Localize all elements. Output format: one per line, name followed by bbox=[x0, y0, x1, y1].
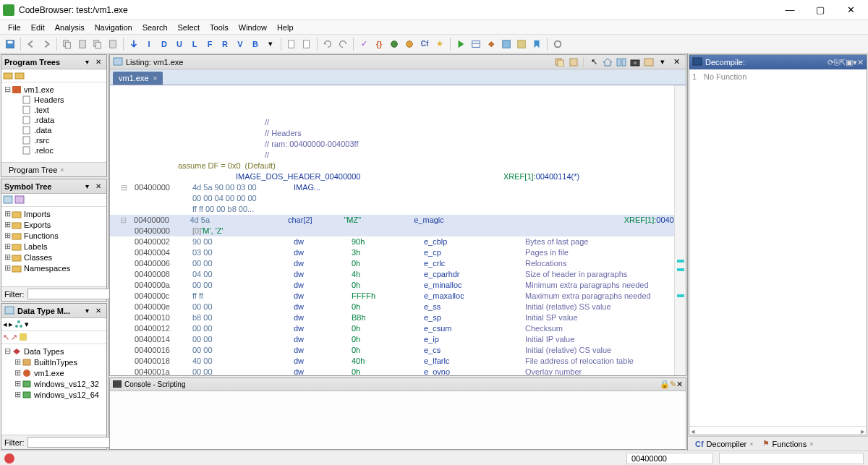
minimize-button[interactable]: — bbox=[775, 1, 804, 19]
tree-text[interactable]: .text bbox=[3, 105, 105, 115]
listing-snapshot-icon[interactable] bbox=[629, 56, 642, 68]
toolbar-undo-icon[interactable] bbox=[320, 37, 335, 51]
toolbar-bookmark-icon[interactable] bbox=[529, 37, 544, 51]
panel-menu-icon[interactable]: ▾ bbox=[82, 57, 92, 67]
symbol-tool1-icon[interactable] bbox=[3, 195, 13, 205]
dt-yellow-icon[interactable] bbox=[19, 333, 27, 343]
dt-tree-icon[interactable] bbox=[14, 320, 23, 330]
toolbar-gear1-icon[interactable] bbox=[387, 37, 401, 51]
tree-root[interactable]: ⊟vm1.exe bbox=[3, 84, 105, 95]
listing-menu-icon[interactable]: ▾ bbox=[656, 56, 669, 68]
menu-select[interactable]: Select bbox=[173, 22, 205, 33]
listing-home-icon[interactable] bbox=[601, 56, 614, 68]
decomp-scroll-right[interactable]: ▸ bbox=[861, 427, 865, 435]
symbol-functions[interactable]: ⊞Functions bbox=[3, 230, 105, 241]
toolbar-ring-icon[interactable] bbox=[550, 37, 565, 51]
dt-vm1[interactable]: ⊞vm1.exe bbox=[3, 367, 105, 378]
toolbar-play-icon[interactable] bbox=[454, 37, 468, 51]
dt-fwd-icon[interactable]: ▸ bbox=[9, 320, 13, 329]
toolbar-doc2-icon[interactable] bbox=[299, 37, 314, 51]
tree-new-icon[interactable] bbox=[3, 71, 13, 81]
tree-rsrc[interactable]: .rsrc bbox=[3, 135, 105, 145]
console-lock-icon[interactable]: 🔒 bbox=[660, 380, 670, 389]
listing-body[interactable]: //// Headers// ram: 00400000-004003ff//a… bbox=[110, 85, 686, 375]
toolbar-paste2-icon[interactable] bbox=[106, 37, 120, 51]
toolbar-check-icon[interactable]: ✓ bbox=[357, 37, 371, 51]
toolbar-down-icon[interactable] bbox=[127, 37, 141, 51]
console-edit-icon[interactable]: ✎ bbox=[670, 380, 676, 389]
functions-tab[interactable]: ⚑Functions× bbox=[758, 438, 818, 450]
panel-menu-icon[interactable]: ▾ bbox=[82, 182, 92, 192]
toolbar-grid2-icon[interactable] bbox=[514, 37, 529, 51]
dt-red2-icon[interactable]: ↗ bbox=[11, 333, 17, 342]
dt-win32[interactable]: ⊞windows_vs12_32 bbox=[3, 378, 105, 389]
menu-edit[interactable]: Edit bbox=[26, 22, 50, 33]
panel-close-icon[interactable]: ✕ bbox=[93, 57, 103, 67]
dt-menu-icon[interactable]: ▾ bbox=[25, 320, 29, 329]
toolbar-paste-icon[interactable] bbox=[75, 37, 90, 51]
dt-back-icon[interactable]: ◂ bbox=[3, 320, 7, 329]
symbol-namespaces[interactable]: ⊞Namespaces bbox=[3, 263, 105, 273]
toolbar-bracket-icon[interactable]: {} bbox=[372, 37, 386, 51]
tree-reloc[interactable]: .reloc bbox=[3, 145, 105, 155]
toolbar-grid1-icon[interactable] bbox=[499, 37, 514, 51]
panel-close-icon[interactable]: ✕ bbox=[93, 182, 103, 192]
decomp-refresh-icon[interactable]: ⟳ bbox=[827, 58, 834, 67]
menu-search[interactable]: Search bbox=[137, 22, 173, 33]
menu-window[interactable]: Window bbox=[234, 22, 272, 33]
toolbar-forward-icon[interactable] bbox=[39, 37, 54, 51]
menu-navigation[interactable]: Navigation bbox=[90, 22, 137, 33]
listing-copy-icon[interactable] bbox=[553, 56, 566, 68]
tree-headers[interactable]: Headers bbox=[3, 95, 105, 105]
toolbar-star-icon[interactable]: ★ bbox=[433, 37, 447, 51]
program-tree-tab[interactable]: Program Tree× bbox=[4, 164, 69, 176]
menu-help[interactable]: Help bbox=[272, 22, 299, 33]
toolbar-copy-icon[interactable] bbox=[60, 37, 75, 51]
symbol-labels[interactable]: ⊞Labels bbox=[3, 241, 105, 252]
listing-paste-icon[interactable] bbox=[567, 56, 580, 68]
panel-close-icon[interactable]: ✕ bbox=[93, 306, 103, 316]
menu-tools[interactable]: Tools bbox=[205, 22, 234, 33]
toolbar-save-icon[interactable] bbox=[3, 37, 17, 51]
decomp-scroll-left[interactable]: ◂ bbox=[691, 427, 695, 435]
menu-analysis[interactable]: Analysis bbox=[50, 22, 90, 33]
toolbar-gear2-icon[interactable] bbox=[402, 37, 417, 51]
listing-diff-icon[interactable] bbox=[615, 56, 628, 68]
toolbar-dropdown-icon[interactable]: ▾ bbox=[263, 37, 278, 51]
listing-cursor-icon[interactable]: ↖ bbox=[587, 56, 600, 68]
decomp-snap-icon[interactable]: ▣ bbox=[846, 58, 853, 67]
decompiler-tab[interactable]: CfDecompiler× bbox=[691, 438, 758, 450]
dt-win64[interactable]: ⊞windows_vs12_64 bbox=[3, 389, 105, 400]
toolbar-cf-icon[interactable]: Cf bbox=[417, 37, 432, 51]
symbol-exports[interactable]: ⊞Exports bbox=[3, 219, 105, 230]
toolbar-table-icon[interactable] bbox=[469, 37, 483, 51]
toolbar-r-button[interactable]: R bbox=[218, 37, 232, 51]
listing-close-icon[interactable]: ✕ bbox=[670, 56, 683, 68]
toolbar-doc1-icon[interactable] bbox=[284, 37, 299, 51]
panel-menu-icon[interactable]: ▾ bbox=[82, 306, 92, 316]
symbol-filter-input[interactable] bbox=[27, 289, 121, 299]
tree-rdata[interactable]: .rdata bbox=[3, 115, 105, 125]
symbol-imports[interactable]: ⊞Imports bbox=[3, 208, 105, 219]
toolbar-redo-icon[interactable] bbox=[336, 37, 350, 51]
tree-data[interactable]: .data bbox=[3, 125, 105, 135]
decomp-copy-icon[interactable]: ⎘ bbox=[834, 58, 839, 67]
toolbar-copy2-icon[interactable] bbox=[90, 37, 105, 51]
dt-filter-input[interactable] bbox=[27, 437, 121, 448]
maximize-button[interactable]: ▢ bbox=[806, 1, 835, 19]
close-button[interactable]: ✕ bbox=[836, 1, 865, 19]
toolbar-back-icon[interactable] bbox=[24, 37, 38, 51]
tree-open-icon[interactable] bbox=[14, 71, 25, 81]
toolbar-i-button[interactable]: I bbox=[142, 37, 156, 51]
dt-red-icon[interactable]: ↖ bbox=[3, 333, 9, 342]
listing-fields-icon[interactable] bbox=[642, 56, 655, 68]
toolbar-b-button[interactable]: B bbox=[248, 37, 263, 51]
dt-root[interactable]: ⊟Data Types bbox=[3, 346, 105, 357]
decomp-export-icon[interactable]: ⇱ bbox=[839, 58, 846, 67]
dt-builtin[interactable]: ⊞BuiltInTypes bbox=[3, 357, 105, 367]
decomp-close-icon[interactable]: ✕ bbox=[857, 58, 864, 67]
listing-file-tab[interactable]: vm1.exe× bbox=[113, 72, 163, 85]
menu-file[interactable]: File bbox=[3, 22, 26, 33]
toolbar-diamond-icon[interactable]: ◆ bbox=[484, 37, 498, 51]
console-close-icon[interactable]: ✕ bbox=[676, 380, 683, 389]
